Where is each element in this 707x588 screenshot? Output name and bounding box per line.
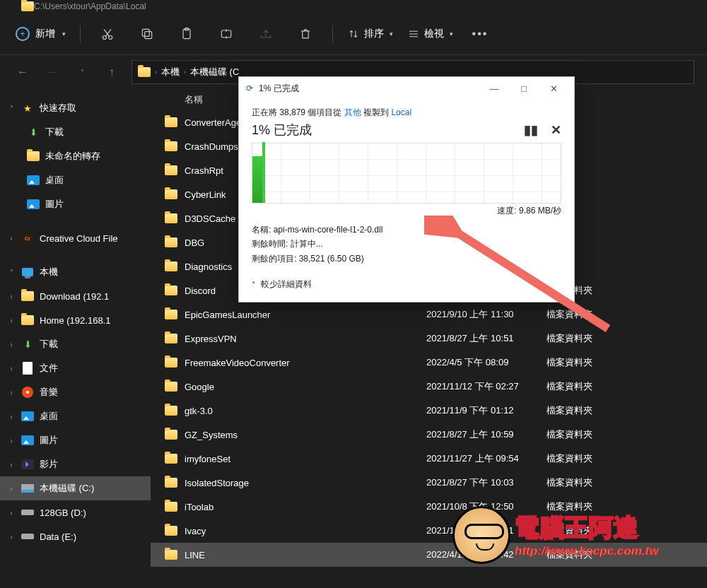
sidebar-label: 桌面 <box>40 410 58 423</box>
minimize-button[interactable]: — <box>481 79 508 98</box>
src-link[interactable]: 其他 <box>344 107 361 117</box>
paste-button[interactable] <box>174 21 199 47</box>
table-row[interactable]: Ivacy2021/12/8 下午 09:31檔案資料夾 <box>151 519 707 543</box>
download-icon: ⬇ <box>27 126 40 139</box>
close-button[interactable]: ✕ <box>540 79 567 98</box>
folder-icon <box>21 0 34 13</box>
file-name: IsolatedStorage <box>185 478 249 488</box>
sidebar-label: 本機 <box>40 266 58 278</box>
sidebar-label: 圖片 <box>40 434 58 447</box>
cut-button[interactable] <box>95 21 120 47</box>
picture-icon <box>21 434 34 447</box>
sidebar-item-pictures2[interactable]: ›圖片 <box>0 428 151 452</box>
chevron-right-icon: › <box>7 293 16 300</box>
table-row[interactable]: ExpressVPN2021/8/27 上午 10:51檔案資料夾 <box>151 327 707 351</box>
new-button[interactable]: + 新增 ▾ <box>16 27 66 41</box>
chevron-right-icon: › <box>7 317 16 324</box>
folder-icon <box>165 308 177 321</box>
file-name: Google <box>185 382 214 392</box>
dst-link[interactable]: Local <box>391 107 411 117</box>
sidebar-item-nethome[interactable]: ›Home (192.168.1 <box>0 308 151 332</box>
chevron-right-icon: › <box>7 365 16 372</box>
folder-icon <box>165 380 177 393</box>
rename-button[interactable] <box>214 21 239 47</box>
crumb-this-pc[interactable]: 本機 <box>161 66 180 78</box>
folder-icon <box>165 260 177 273</box>
drive-icon <box>21 530 34 543</box>
svg-rect-2 <box>145 31 152 38</box>
table-row[interactable]: Google2021/11/12 下午 02:27檔案資料夾 <box>151 375 707 399</box>
sidebar-item-dl2[interactable]: ›⬇下載 <box>0 332 151 356</box>
more-button[interactable]: ••• <box>467 21 493 47</box>
folder-icon <box>165 116 177 129</box>
document-icon <box>21 362 34 375</box>
sidebar-label: 桌面 <box>45 174 64 187</box>
maximize-button[interactable]: □ <box>510 79 537 98</box>
sidebar-item-diske[interactable]: ›Data (E:) <box>0 524 151 548</box>
share-button[interactable] <box>253 21 279 47</box>
table-row[interactable]: LINE2022/4/12 下午 03:42檔案資料夾 <box>151 543 707 567</box>
sidebar-item-unnamed[interactable]: 未命名的轉存 <box>0 144 151 168</box>
sidebar-item-quick[interactable]: ˅★快速存取 <box>0 96 151 120</box>
folder-icon <box>165 212 177 225</box>
table-row[interactable]: GZ_Systems2021/8/27 上午 10:59檔案資料夾 <box>151 423 707 447</box>
sidebar-item-thispc[interactable]: ˅本機 <box>0 260 151 284</box>
crumb-drive[interactable]: 本機磁碟 (C <box>190 66 239 78</box>
view-button[interactable]: 檢視 ▾ <box>407 28 453 40</box>
sidebar: ˅★快速存取 ⬇下載 未命名的轉存 桌面 圖片 ›CrCreative Clou… <box>0 89 151 588</box>
sidebar-item-downloads[interactable]: ⬇下載 <box>0 120 151 144</box>
sidebar-item-desktop[interactable]: 桌面 <box>0 168 151 192</box>
sidebar-item-pictures[interactable]: 圖片 <box>0 192 151 216</box>
table-row[interactable]: gtk-3.02021/11/9 下午 01:12檔案資料夾 <box>151 399 707 423</box>
back-button[interactable]: ← <box>13 62 33 82</box>
sidebar-item-desktop2[interactable]: ›桌面 <box>0 404 151 428</box>
folder-icon <box>165 500 177 513</box>
folder-icon <box>165 284 177 297</box>
sidebar-label: 下載 <box>40 338 58 351</box>
forward-button[interactable]: → <box>42 62 62 82</box>
sidebar-item-creative[interactable]: ›CrCreative Cloud File <box>0 226 151 250</box>
table-row[interactable]: EpicGamesLauncher2021/9/10 上午 11:30檔案資料夾 <box>151 302 707 327</box>
chevron-right-icon: › <box>7 341 16 348</box>
file-type: 檔案資料夾 <box>547 428 592 441</box>
table-row[interactable]: IsolatedStorage2021/8/27 下午 10:03檔案資料夾 <box>151 471 707 495</box>
folder-icon <box>165 164 177 177</box>
file-date: 2021/8/27 上午 10:59 <box>426 428 547 441</box>
chevron-right-icon: › <box>7 413 16 421</box>
dialog-titlebar[interactable]: ⟳ 1% 已完成 — □ ✕ <box>239 77 574 100</box>
sidebar-item-music[interactable]: ›音樂 <box>0 380 151 404</box>
up-button[interactable]: ↑ <box>102 62 122 82</box>
sidebar-item-disk128[interactable]: ›128GB (D:) <box>0 500 151 524</box>
sidebar-item-video[interactable]: ›影片 <box>0 452 151 476</box>
toolbar: + 新增 ▾ 排序 ▾ 檢視 ▾ ••• <box>0 13 707 55</box>
sidebar-item-netdl[interactable]: ›Download (192.1 <box>0 284 151 308</box>
folder-icon <box>165 476 177 489</box>
pause-button[interactable]: ▮▮ <box>524 122 538 138</box>
speed-chart <box>252 143 561 204</box>
file-type: 檔案資料夾 <box>547 476 592 489</box>
file-type: 檔案資料夾 <box>547 524 592 537</box>
recent-button[interactable]: ˅ <box>72 62 92 82</box>
delete-button[interactable] <box>293 21 318 47</box>
folder-icon <box>165 236 177 249</box>
less-details-label: 較少詳細資料 <box>261 278 312 290</box>
folder-icon <box>165 428 177 441</box>
sidebar-label: 圖片 <box>45 198 64 211</box>
speed-text: 速度: 9.86 MB/秒 <box>252 205 561 217</box>
chevron-up-icon: ˄ <box>252 281 255 288</box>
less-details-button[interactable]: ˄ 較少詳細資料 <box>239 273 574 296</box>
sort-button[interactable]: 排序 ▾ <box>347 28 393 40</box>
table-row[interactable]: iToolab2021/10/8 下午 12:50檔案資料夾 <box>151 495 707 519</box>
copy-button[interactable] <box>134 21 160 47</box>
copy-dialog: ⟳ 1% 已完成 — □ ✕ 正在將 38,879 個項目從 其他 複製到 Lo… <box>238 76 575 302</box>
cancel-button[interactable]: ✕ <box>551 122 561 138</box>
table-row[interactable]: imyfoneSet2021/11/27 上午 09:54檔案資料夾 <box>151 447 707 471</box>
table-row[interactable]: FreemakeVideoConverter2022/4/5 下午 08:09檔… <box>151 351 707 375</box>
svg-rect-3 <box>142 29 149 36</box>
sidebar-item-docs[interactable]: ›文件 <box>0 356 151 380</box>
file-name: LINE <box>185 550 205 560</box>
sidebar-item-diskc[interactable]: ›本機磁碟 (C:) <box>0 476 151 500</box>
chevron-right-icon: › <box>7 533 16 541</box>
file-type: 檔案資料夾 <box>547 500 592 513</box>
folder-icon <box>165 188 177 201</box>
